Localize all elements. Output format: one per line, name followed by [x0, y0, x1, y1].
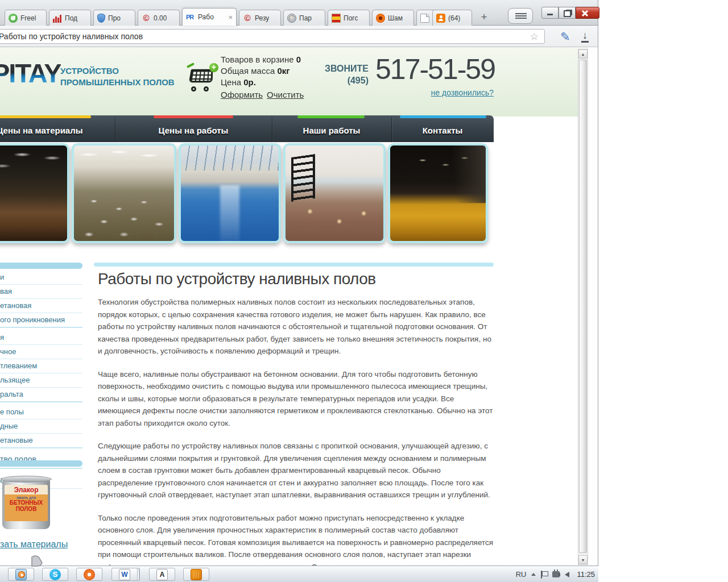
- browser-tab-1[interactable]: Freel: [5, 10, 47, 26]
- cart-count-row: Товаров в корзине 0: [221, 54, 308, 65]
- sidebar-item[interactable]: вая: [0, 285, 82, 299]
- copyright-icon: ©: [142, 14, 151, 23]
- browser-tab-9[interactable]: Шам: [372, 10, 414, 26]
- carousel-photo-dark-warehouse[interactable]: [0, 143, 69, 243]
- minimize-button[interactable]: [541, 7, 559, 19]
- cart-handle-decoration: [187, 63, 195, 68]
- nav-separator: [391, 118, 392, 142]
- freelancer-icon: [9, 14, 18, 23]
- sidebar-item[interactable]: льзящее: [0, 373, 82, 388]
- nav-item-our-works[interactable]: Наши работы: [272, 115, 391, 142]
- sidebar-item[interactable]: дные: [0, 419, 82, 434]
- address-bar-row: Работы по устройству наливных полов ☆ ✎ …: [0, 26, 598, 47]
- browser-tab-3[interactable]: Про: [93, 10, 135, 26]
- cart-price-label: Цена: [221, 77, 241, 87]
- order-materials-link[interactable]: зать материалы: [0, 539, 68, 550]
- browser-tab-4[interactable]: © 0.00: [138, 10, 180, 26]
- language-indicator[interactable]: RU: [516, 570, 527, 579]
- main-content: Работы по устройству наливных полов Техн…: [98, 270, 494, 566]
- tab-label: Под: [65, 14, 77, 22]
- scroll-up-button[interactable]: ▲: [578, 49, 588, 59]
- tab-label: Шам: [388, 14, 403, 22]
- browser-tab-active[interactable]: PR Рабо ×: [182, 8, 237, 26]
- carousel-photo-yellow-floor[interactable]: [388, 143, 488, 243]
- browser-tab-2[interactable]: Под: [49, 10, 91, 26]
- sidebar-top-bar: [0, 263, 82, 269]
- sidebar-item[interactable]: и: [0, 271, 82, 285]
- taskbar-word-button[interactable]: [111, 568, 138, 581]
- hidden-icons-chevron[interactable]: [531, 573, 536, 576]
- scrollbar-thumb[interactable]: [579, 60, 587, 553]
- sidebar-item[interactable]: тлеванием: [0, 359, 82, 373]
- taskbar-orange-app-button[interactable]: [183, 568, 209, 581]
- taskbar-text-app-button[interactable]: [149, 568, 175, 581]
- browser-tab-8[interactable]: Погс: [328, 10, 370, 26]
- nav-item-materials-prices[interactable]: Цены на материалы: [0, 115, 115, 142]
- address-text: Работы по устройству наливных полов: [0, 32, 143, 41]
- cart-add-plus-icon: +: [209, 63, 218, 72]
- carousel-photo-beige-floor[interactable]: [72, 143, 176, 243]
- tab-close-icon[interactable]: ×: [228, 14, 233, 21]
- shield-icon: [97, 14, 105, 23]
- sidebar-item[interactable]: ого проникновения: [0, 313, 82, 328]
- site-tagline: УСТРОЙСТВО ПРОМЫШЛЕННЫХ ПОЛОВ: [60, 65, 175, 88]
- taskbar-media-player-button[interactable]: [8, 568, 34, 581]
- sidebar-item[interactable]: ральта: [0, 388, 82, 402]
- tab-label: Про: [108, 14, 121, 22]
- paragraph: Технология обустройства полимерных налив…: [98, 296, 494, 357]
- nav-separator: [272, 118, 272, 142]
- cart-icon[interactable]: +: [187, 62, 218, 92]
- taskbar-skype-button[interactable]: [42, 568, 68, 581]
- bar-chart-icon: [53, 14, 62, 23]
- cart-info: Товаров в корзине 0 Общая масса 0кг Цена…: [221, 54, 308, 101]
- sidebar-item[interactable]: я: [0, 331, 82, 345]
- tab-list-button[interactable]: [508, 8, 533, 24]
- nav-item-contacts[interactable]: Контакты: [391, 115, 494, 142]
- window-controls: [541, 7, 599, 19]
- download-icon[interactable]: ↓: [581, 30, 589, 43]
- copyright-icon: ©: [243, 14, 252, 23]
- cart-wheel-decoration: [204, 86, 209, 92]
- taskbar-browser-button[interactable]: [76, 568, 102, 581]
- bookmark-star-icon[interactable]: ☆: [530, 31, 539, 43]
- nav-item-work-prices[interactable]: Цены на работы: [115, 115, 272, 142]
- tab-label: Рабо: [198, 13, 214, 21]
- tab-label: (64): [448, 14, 460, 22]
- edit-pencil-icon[interactable]: ✎: [560, 30, 570, 44]
- clear-cart-link[interactable]: Очистить: [267, 90, 304, 99]
- scroll-down-button[interactable]: ▼: [578, 555, 588, 564]
- checkout-link[interactable]: Оформить: [221, 90, 263, 99]
- maximize-button[interactable]: [559, 7, 576, 19]
- new-tab-button[interactable]: +: [475, 10, 493, 24]
- paragraph: Чаще всего, наливные полы обустраивают н…: [98, 368, 494, 430]
- sidebar-item[interactable]: етановая: [0, 299, 82, 313]
- vertical-scrollbar[interactable]: ▲ ▼: [578, 49, 588, 565]
- cart-weight-label: Общая масса: [221, 66, 275, 76]
- cart-basket-decoration: [189, 69, 213, 83]
- carousel-photo-blue-floor[interactable]: [179, 143, 281, 243]
- sidebar-item[interactable]: етановые: [0, 434, 82, 448]
- tab-label: Freel: [20, 14, 36, 22]
- browser-tab-7[interactable]: Пар: [283, 10, 325, 26]
- word-icon: [119, 569, 130, 580]
- volume-icon[interactable]: [565, 572, 569, 577]
- nav-separator: [115, 118, 115, 142]
- browser-tab-6[interactable]: © Резу: [239, 10, 281, 26]
- site-logo[interactable]: PITAY: [0, 57, 61, 89]
- phone-number: 517-51-59: [373, 53, 495, 86]
- carousel-photo-brown-floor[interactable]: [283, 143, 386, 243]
- sidebar-item[interactable]: чное: [0, 345, 82, 359]
- screen: Freel Под Про © 0.00 PR Рабо × © Резу: [0, 0, 728, 582]
- action-center-flag-icon[interactable]: [541, 571, 547, 579]
- close-button[interactable]: [576, 7, 599, 19]
- page-viewport: PITAY УСТРОЙСТВО ПРОМЫШЛЕННЫХ ПОЛОВ + То…: [0, 47, 588, 566]
- system-tray: RU 11:25: [516, 566, 595, 582]
- product-bucket-image[interactable]: Элакор эмаль для БЕТОННЫХ ПОЛОВ: [2, 475, 50, 531]
- sidebar-item[interactable]: е полы: [0, 405, 82, 419]
- clock[interactable]: 11:25: [577, 570, 595, 579]
- no-answer-link[interactable]: не дозвонились?: [373, 88, 494, 97]
- browser-tab-11[interactable]: (64): [432, 10, 472, 26]
- tagline-line2: ПРОМЫШЛЕННЫХ ПОЛОВ: [60, 77, 175, 88]
- sidebar-bottom-bar: [0, 460, 82, 467]
- address-input[interactable]: Работы по устройству наливных полов ☆: [0, 29, 545, 44]
